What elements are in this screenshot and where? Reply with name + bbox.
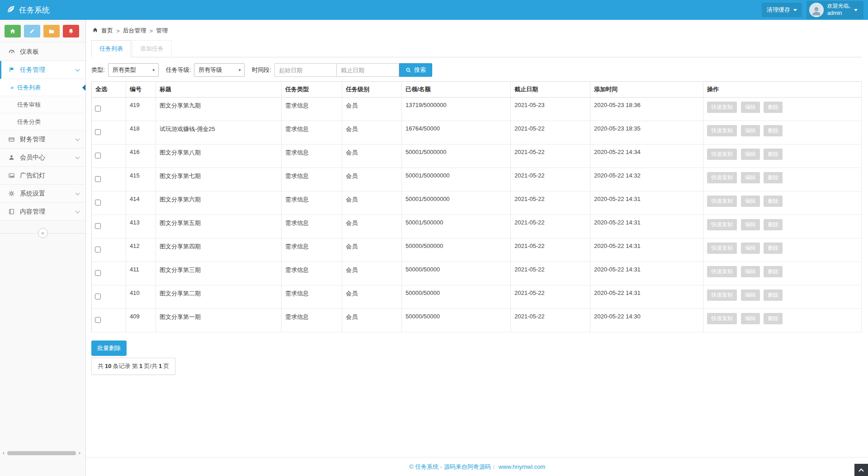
footer-link[interactable]: www.hnymwl.com xyxy=(499,463,545,470)
row-checkbox[interactable] xyxy=(95,223,101,229)
edit-button[interactable]: 编辑 xyxy=(741,219,760,230)
edit-button[interactable]: 编辑 xyxy=(741,172,760,183)
row-checkbox-cell xyxy=(92,145,126,168)
cell-level: 会员 xyxy=(342,238,402,262)
quick-copy-button[interactable]: 快速复制 xyxy=(707,125,737,136)
sidebar-subitem-task-review[interactable]: 任务审核 xyxy=(0,96,85,113)
cell-id: 415 xyxy=(126,168,156,191)
cell-actions: 快速复制 编辑 删除 xyxy=(703,121,862,145)
cell-deadline: 2021-05-22 xyxy=(511,215,590,238)
sidebar-subitem-task-category[interactable]: 任务分类 xyxy=(0,113,85,131)
type-filter-label: 类型: xyxy=(91,66,105,74)
level-filter-value: 所有等级 xyxy=(198,66,222,74)
user-menu[interactable]: 欢迎光临, admin xyxy=(807,1,863,19)
select-caret-icon: ▼ xyxy=(238,68,241,72)
sidebar-item-content[interactable]: 内容管理 xyxy=(0,203,85,221)
quick-copy-button[interactable]: 快速复制 xyxy=(707,243,737,254)
sidebar-horizontal-scrollbar[interactable]: ‹ › xyxy=(1,450,82,456)
sidebar-subitem-label: 任务列表 xyxy=(17,84,41,92)
edit-button[interactable]: 编辑 xyxy=(741,266,760,277)
row-checkbox[interactable] xyxy=(95,153,101,159)
edit-button[interactable]: 编辑 xyxy=(741,313,760,324)
row-checkbox[interactable] xyxy=(95,294,101,299)
cell-level: 会员 xyxy=(342,309,402,332)
tab-task-list[interactable]: 任务列表 xyxy=(91,40,131,57)
sidebar-item-settings[interactable]: 系统设置 xyxy=(0,185,85,203)
edit-button[interactable]: 编辑 xyxy=(741,149,760,160)
app-title: 任务系统 xyxy=(19,5,50,15)
quick-copy-button[interactable]: 快速复制 xyxy=(707,266,737,277)
row-checkbox[interactable] xyxy=(95,270,101,276)
quick-copy-button[interactable]: 快速复制 xyxy=(707,196,737,207)
batch-delete-button[interactable]: 批量删除 xyxy=(91,341,127,356)
delete-button[interactable]: 删除 xyxy=(764,243,783,254)
quick-copy-button[interactable]: 快速复制 xyxy=(707,149,737,160)
end-date-input[interactable] xyxy=(337,63,399,77)
row-checkbox[interactable] xyxy=(95,176,101,182)
quick-copy-button[interactable]: 快速复制 xyxy=(707,102,737,113)
cell-title: 图文分享第七期 xyxy=(156,168,282,191)
delete-button[interactable]: 删除 xyxy=(764,196,783,207)
row-checkbox[interactable] xyxy=(95,129,101,135)
scroll-right-icon[interactable]: › xyxy=(77,450,82,456)
row-checkbox[interactable] xyxy=(95,247,101,252)
cell-id: 414 xyxy=(126,191,156,215)
back-to-top-button[interactable] xyxy=(854,464,868,476)
row-checkbox[interactable] xyxy=(95,106,101,112)
edit-button[interactable]: 编辑 xyxy=(741,125,760,136)
home-quick-button[interactable] xyxy=(5,25,21,37)
delete-button[interactable]: 删除 xyxy=(764,149,783,160)
delete-button[interactable]: 删除 xyxy=(764,313,783,324)
delete-button[interactable]: 删除 xyxy=(764,172,783,183)
sidebar-collapse-button[interactable]: « xyxy=(38,228,48,238)
delete-button[interactable]: 删除 xyxy=(764,289,783,301)
cell-deadline: 2021-05-22 xyxy=(511,262,590,285)
cell-actions: 快速复制 编辑 删除 xyxy=(703,145,862,168)
type-filter-select[interactable]: 所有类型 ▼ xyxy=(108,63,159,77)
search-icon xyxy=(406,67,411,73)
edit-quick-button[interactable] xyxy=(24,25,40,37)
delete-button[interactable]: 删除 xyxy=(764,266,783,277)
quick-copy-button[interactable]: 快速复制 xyxy=(707,313,737,324)
sidebar-subitem-task-list[interactable]: » 任务列表 xyxy=(0,79,85,96)
clear-cache-button[interactable]: 清理缓存 xyxy=(762,3,802,17)
cell-title: 图文分享第三期 xyxy=(156,262,282,285)
cell-actions: 快速复制 编辑 删除 xyxy=(703,215,862,238)
folder-quick-button[interactable] xyxy=(43,25,60,37)
delete-button[interactable]: 删除 xyxy=(764,125,783,136)
edit-button[interactable]: 编辑 xyxy=(741,289,760,301)
row-checkbox-cell xyxy=(92,262,126,285)
edit-button[interactable]: 编辑 xyxy=(741,243,760,254)
header-type: 任务类型 xyxy=(282,82,342,98)
cell-deadline: 2021-05-22 xyxy=(511,191,590,215)
breadcrumb-home[interactable]: 首页 xyxy=(101,27,113,35)
delete-button[interactable]: 删除 xyxy=(764,219,783,230)
start-date-input[interactable] xyxy=(274,63,337,77)
quick-copy-button[interactable]: 快速复制 xyxy=(707,289,737,301)
delete-button[interactable]: 删除 xyxy=(764,102,783,113)
search-button[interactable]: 搜索 xyxy=(399,63,432,77)
sidebar-item-members[interactable]: 会员中心 xyxy=(0,149,85,167)
sidebar-item-ad-slides[interactable]: 广告幻灯 xyxy=(0,167,85,185)
tab-add-task[interactable]: 添加任务 xyxy=(132,40,172,57)
sidebar-item-task-management[interactable]: 任务管理 xyxy=(0,61,85,79)
cell-deadline: 2021-05-23 xyxy=(511,98,590,121)
quick-copy-button[interactable]: 快速复制 xyxy=(707,172,737,183)
sidebar-item-finance[interactable]: 财务管理 xyxy=(0,131,85,149)
breadcrumb-admin[interactable]: 后台管理 xyxy=(123,27,146,35)
notification-quick-button[interactable] xyxy=(63,25,79,37)
scroll-left-icon[interactable]: ‹ xyxy=(1,450,6,456)
level-filter-select[interactable]: 所有等级 ▼ xyxy=(194,63,245,77)
cell-title: 图文分享第二期 xyxy=(156,285,282,309)
quick-copy-button[interactable]: 快速复制 xyxy=(707,219,737,230)
leaf-logo-icon xyxy=(6,5,15,16)
scrollbar-thumb[interactable] xyxy=(7,451,76,455)
edit-button[interactable]: 编辑 xyxy=(741,196,760,207)
row-checkbox[interactable] xyxy=(95,200,101,205)
row-checkbox[interactable] xyxy=(95,317,101,323)
sidebar-item-dashboard[interactable]: 仪表板 xyxy=(0,43,85,61)
edit-button[interactable]: 编辑 xyxy=(741,102,760,113)
cell-level: 会员 xyxy=(342,168,402,191)
cell-level: 会员 xyxy=(342,285,402,309)
type-filter-value: 所有类型 xyxy=(113,66,136,74)
